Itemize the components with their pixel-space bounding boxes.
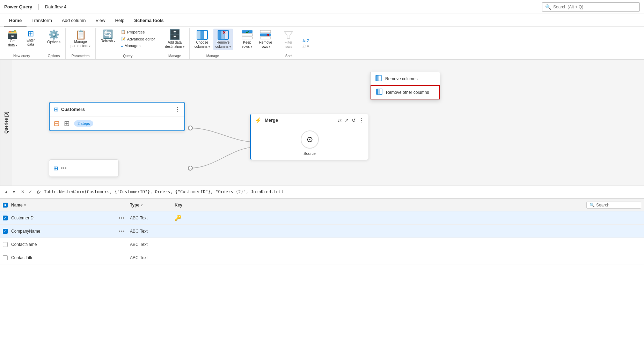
svg-rect-12 [242,37,253,39]
check-icon-companyname: ✓ [3,229,8,234]
options-button[interactable]: ⚙️ Options [45,29,63,45]
customers-list-icon: ⊟ [54,119,60,128]
merge-card[interactable]: ⚡ Merge ⇄ ↗ ↺ ⋮ ⊙ Source [250,114,368,160]
customers-table-icon: ⊞ [54,106,58,113]
customers-card-title: Customers [61,107,85,112]
remove-other-columns-menu-label: Remove other columns [386,90,429,95]
merge-title: Merge [265,118,278,123]
customerid-type-label: Text [140,216,148,220]
row-check-companyname[interactable]: ✓ [3,229,8,234]
keep-rows-button[interactable]: Keeprows ▾ [239,29,256,50]
ribbon: 🗃️ Getdata ▾ ⊞ Enterdata New query ⚙️ Op… [0,27,644,60]
choose-columns-icon [197,30,208,40]
enter-data-button[interactable]: ⊞ Enterdata [22,29,39,48]
customers-card-header: ⊞ Customers ⋮ [50,103,184,116]
merge-more-icon[interactable]: ⋮ [359,117,364,123]
advanced-editor-label: Advanced editor [127,37,155,41]
add-dest-label: Add datadestination ▾ [165,40,184,49]
get-data-label: Getdata ▾ [8,39,17,47]
svg-rect-1 [197,30,200,39]
schema-search[interactable]: 🔍 [586,202,641,209]
sort-az-icon[interactable]: A↓Z [302,38,309,44]
search-input[interactable] [553,5,637,9]
svg-rect-24 [378,89,380,95]
manage-parameters-button[interactable]: 📋 Manageparameters ▾ [68,29,93,50]
formula-bar: ▲ ▼ ✕ ✓ fx [0,186,644,198]
row-check-contacttitle[interactable] [3,255,8,260]
manage-params-icon: 📋 [75,30,86,39]
tab-add-column[interactable]: Add column [57,15,91,27]
formula-nav-down[interactable]: ▼ [10,189,17,195]
enter-data-icon: ⊞ [28,30,34,38]
schema-header-row: ■ Name ∨ Type ∨ Key 🔍 [0,199,644,211]
tab-help[interactable]: Help [110,15,129,27]
manage-button[interactable]: ≡ Manage ▾ [119,43,157,49]
header-select-all[interactable]: ■ [3,203,8,208]
add-data-destination-button[interactable]: 🗄️ Add datadestination ▾ [163,29,186,50]
schema-search-icon: 🔍 [590,203,595,208]
refresh-button[interactable]: 🔄 Refresh ▾ [98,29,117,45]
companyname-type-label: Text [140,229,148,234]
remove-other-columns-menu-item[interactable]: Remove other columns [371,85,440,99]
schema-search-input[interactable] [596,203,638,208]
companyname-dots[interactable]: ••• [119,228,127,234]
type-header[interactable]: Type ∨ [130,203,172,208]
global-search[interactable]: 🔍 [542,2,640,12]
queries-sidebar[interactable]: Queries [3] [0,60,12,186]
remove-columns-menu-item[interactable]: Remove columns [371,72,440,85]
sort-za-icon[interactable]: Z↑A [302,44,309,49]
name-sort-icon: ∨ [24,203,26,207]
remove-rows-button[interactable]: Removerows ▾ [257,29,274,50]
tab-home[interactable]: Home [4,15,27,27]
customers-card-more[interactable]: ⋮ [175,106,180,113]
key-header-label: Key [175,203,182,208]
remove-other-columns-menu-icon [376,89,382,96]
manage-cols-group-label: Manage [192,54,233,59]
svg-rect-14 [260,33,271,36]
tab-transform[interactable]: Transform [27,15,57,27]
remove-rows-icon [260,30,271,40]
query-group-label: Query [98,54,157,59]
remove-columns-button[interactable]: Removecolumns ▾ [213,29,233,50]
merge-share-icon[interactable]: ⇄ [338,118,342,123]
table-row: ✓ CompanyName ••• ABC Text [0,225,644,238]
ribbon-group-destination: 🗄️ Add datadestination ▾ Manage [160,28,190,59]
remove-columns-menu-label: Remove columns [385,76,418,81]
name-header[interactable]: Name ∨ [11,203,116,208]
get-data-button[interactable]: 🗃️ Getdata ▾ [4,29,21,49]
row-check-contactname[interactable] [3,242,8,247]
refresh-icon: 🔄 [103,30,113,38]
customerid-type-icon: ABC [130,216,139,220]
destination-group-label: Manage [163,54,186,59]
merge-refresh-icon[interactable]: ↺ [352,118,356,123]
choose-columns-button[interactable]: Choosecolumns ▾ [192,29,212,50]
merge-expand-icon[interactable]: ↗ [345,118,349,123]
advanced-editor-icon: 📝 [121,37,126,41]
second-query-card[interactable]: ⊞ ••• [49,159,119,177]
customers-card[interactable]: ⊞ Customers ⋮ ⊟ ⊞ 2 steps [49,102,185,131]
header-checkbox-col: ■ [3,203,8,208]
ribbon-group-options: ⚙️ Options Options [42,28,66,59]
refresh-label: Refresh ▾ [101,39,115,43]
svg-point-26 [188,126,192,130]
contactname-type-icon: ABC [130,242,139,247]
tab-view[interactable]: View [91,15,110,27]
formula-nav-up[interactable]: ▲ [3,189,10,195]
checkmark-companyname: ✓ [4,230,7,233]
merge-source-label: Source [303,151,316,156]
properties-button[interactable]: 📋 Properties [119,29,157,35]
row-check-customerid[interactable]: ✓ [3,216,8,220]
rows-group-label [239,58,274,59]
ribbon-group-query: 🔄 Refresh ▾ 📋 Properties 📝 Advanced edit… [96,28,160,59]
customerid-dots[interactable]: ••• [119,215,127,221]
filter-rows-button[interactable]: Filterrows [280,29,297,50]
formula-input[interactable] [44,189,641,194]
header-check-icon: ■ [4,203,6,207]
tab-schema-tools[interactable]: Schema tools [129,15,169,27]
options-label: Options [47,40,60,44]
filter-rows-label: Filterrows [285,40,292,49]
advanced-editor-button[interactable]: 📝 Advanced editor [119,36,157,42]
type-header-label: Type [130,203,139,208]
formula-cancel[interactable]: ✕ [20,189,26,195]
formula-confirm[interactable]: ✓ [27,189,34,195]
